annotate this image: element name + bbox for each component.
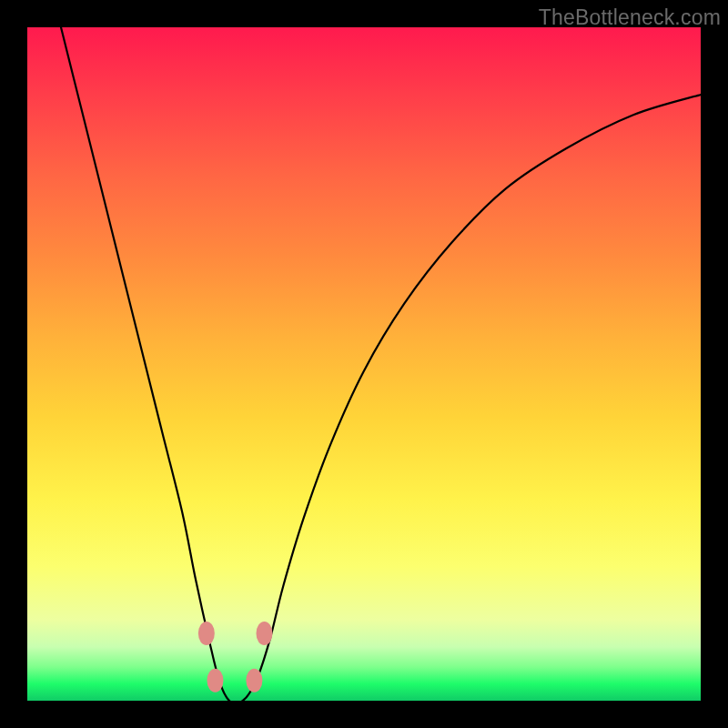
curve-marker <box>198 622 215 645</box>
chart-frame: TheBottleneck.com <box>0 0 728 728</box>
watermark-text: TheBottleneck.com <box>539 5 721 30</box>
curve-layer <box>27 27 701 701</box>
curve-marker <box>246 669 262 693</box>
curve-marker <box>207 669 223 693</box>
curve-markers <box>198 622 273 693</box>
curve-marker <box>256 622 272 645</box>
plot-area <box>27 27 701 701</box>
bottleneck-curve-path <box>61 27 701 701</box>
